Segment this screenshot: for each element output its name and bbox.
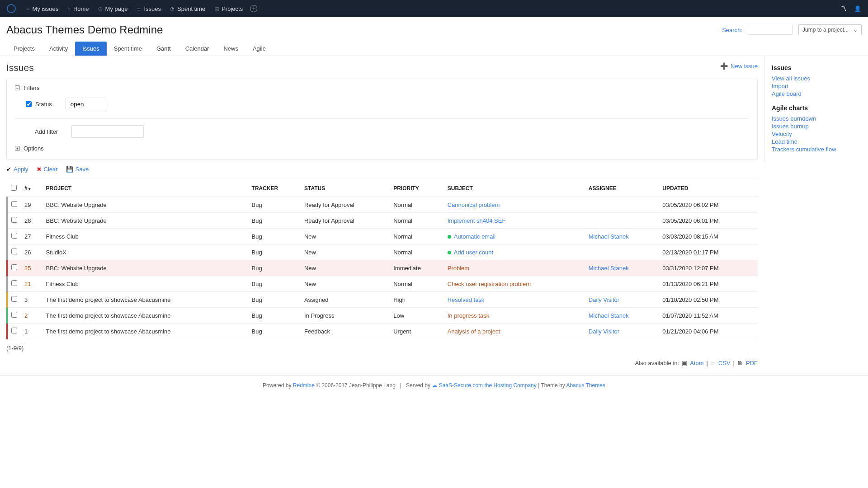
row-checkbox[interactable] bbox=[11, 296, 17, 302]
sidebar-velocity[interactable]: Velocity bbox=[772, 131, 861, 137]
tab-issues[interactable]: Issues bbox=[75, 42, 107, 56]
row-checkbox[interactable] bbox=[11, 280, 17, 286]
cell-assignee[interactable]: Daily Visitor bbox=[585, 324, 659, 339]
tab-gantt[interactable]: Gantt bbox=[149, 42, 178, 56]
col-project[interactable]: PROJECT bbox=[42, 180, 248, 197]
topnav-my-page[interactable]: ◷My page bbox=[94, 5, 132, 12]
cell-assignee[interactable] bbox=[585, 276, 659, 292]
cell-id[interactable]: 29 bbox=[21, 197, 42, 213]
sidebar-burndown[interactable]: Issues burndown bbox=[772, 115, 861, 122]
cell-id[interactable]: 21 bbox=[21, 276, 42, 292]
sidebar-trackers[interactable]: Trackers cumulative flow bbox=[772, 146, 861, 153]
row-checkbox[interactable] bbox=[11, 233, 17, 239]
cell-subject[interactable]: Add user count bbox=[444, 244, 585, 260]
save-button[interactable]: 💾Save bbox=[66, 166, 89, 173]
sidebar-import[interactable]: Import bbox=[772, 83, 861, 89]
cell-assignee[interactable] bbox=[585, 244, 659, 260]
cell-id[interactable]: 3 bbox=[21, 292, 42, 308]
col-updated[interactable]: UPDATED bbox=[659, 180, 758, 197]
footer-abacus-link[interactable]: Abacus Themes bbox=[566, 382, 605, 389]
add-filter-select[interactable] bbox=[71, 125, 144, 138]
search-label[interactable]: Search: bbox=[722, 27, 742, 33]
sidebar-view-all[interactable]: View all issues bbox=[772, 75, 861, 82]
sidebar-burnup[interactable]: Issues burnup bbox=[772, 123, 861, 130]
status-filter-select[interactable]: open bbox=[66, 98, 106, 110]
col-assignee[interactable]: ASSIGNEE bbox=[585, 180, 659, 197]
cell-id[interactable]: 25 bbox=[21, 260, 42, 276]
atom-link[interactable]: Atom bbox=[690, 360, 703, 366]
new-plus-icon[interactable]: + bbox=[250, 5, 257, 12]
col-tracker[interactable]: TRACKER bbox=[248, 180, 301, 197]
row-checkbox[interactable] bbox=[11, 264, 17, 270]
status-filter-checkbox[interactable] bbox=[26, 101, 32, 107]
cell-id[interactable]: 1 bbox=[21, 324, 42, 339]
user-icon[interactable]: 👤 bbox=[854, 5, 861, 12]
cell-assignee[interactable]: Michael Stanek bbox=[585, 229, 659, 244]
tab-spent-time[interactable]: Spent time bbox=[107, 42, 149, 56]
cell-id[interactable]: 27 bbox=[21, 229, 42, 244]
row-checkbox[interactable] bbox=[11, 328, 17, 333]
table-row[interactable]: 1The first demo project to showcase Abac… bbox=[7, 324, 758, 339]
footer-saas-link[interactable]: SaaS-Secure.com the Hosting Company bbox=[439, 382, 537, 389]
csv-link[interactable]: CSV bbox=[718, 360, 731, 366]
tab-projects[interactable]: Projects bbox=[6, 42, 42, 56]
tab-agile[interactable]: Agile bbox=[245, 42, 273, 56]
table-row[interactable]: 2The first demo project to showcase Abac… bbox=[7, 308, 758, 324]
clear-button[interactable]: ✖Clear bbox=[37, 166, 58, 173]
tab-calendar[interactable]: Calendar bbox=[178, 42, 217, 56]
cell-assignee[interactable]: Daily Visitor bbox=[585, 292, 659, 308]
plus-circle-icon: ➕ bbox=[720, 62, 728, 70]
row-checkbox[interactable] bbox=[11, 312, 17, 318]
table-row[interactable]: 27Fitness ClubBugNewNormalAutomatic emai… bbox=[7, 229, 758, 244]
tab-news[interactable]: News bbox=[216, 42, 245, 56]
cell-assignee[interactable]: Michael Stanek bbox=[585, 308, 659, 324]
footer-redmine-link[interactable]: Redmine bbox=[293, 382, 315, 389]
table-row[interactable]: 3The first demo project to showcase Abac… bbox=[7, 292, 758, 308]
select-all-checkbox[interactable] bbox=[11, 185, 17, 191]
search-input[interactable] bbox=[748, 25, 793, 35]
cell-subject[interactable]: Resolved task bbox=[444, 292, 585, 308]
sidebar-agile-board[interactable]: Agile board bbox=[772, 90, 861, 97]
cell-id[interactable]: 26 bbox=[21, 244, 42, 260]
new-issue-button[interactable]: ➕ New issue bbox=[720, 62, 758, 70]
table-row[interactable]: 29BBC: Website UpgradeBugReady for Appro… bbox=[7, 197, 758, 213]
row-checkbox[interactable] bbox=[11, 217, 17, 223]
cell-id[interactable]: 2 bbox=[21, 308, 42, 324]
row-checkbox[interactable] bbox=[11, 249, 17, 254]
cell-subject[interactable]: Analysis of a project bbox=[444, 324, 585, 339]
cell-assignee[interactable] bbox=[585, 197, 659, 213]
col-id[interactable]: # bbox=[21, 180, 42, 197]
table-row[interactable]: 25BBC: Website UpgradeBugNewImmediatePro… bbox=[7, 260, 758, 276]
tab-activity[interactable]: Activity bbox=[42, 42, 75, 56]
cell-id[interactable]: 28 bbox=[21, 213, 42, 229]
topnav-issues[interactable]: ☰Issues bbox=[132, 5, 165, 12]
col-subject[interactable]: SUBJECT bbox=[444, 180, 585, 197]
cell-subject[interactable]: Automatic email bbox=[444, 229, 585, 244]
topnav-spent-time[interactable]: ◔Spent time bbox=[165, 5, 210, 12]
apply-button[interactable]: ✔Apply bbox=[6, 166, 28, 173]
filters-toggle[interactable]: − Filters bbox=[15, 84, 749, 91]
topnav-projects[interactable]: ▤Projects bbox=[210, 5, 247, 12]
cell-subject[interactable]: In progress task bbox=[444, 308, 585, 324]
cell-subject[interactable]: Cannonical problem bbox=[444, 197, 585, 213]
col-priority[interactable]: PRIORITY bbox=[390, 180, 444, 197]
cell-assignee[interactable]: Michael Stanek bbox=[585, 260, 659, 276]
options-toggle[interactable]: + Options bbox=[15, 145, 749, 152]
topnav-home[interactable]: ⌂Home bbox=[63, 5, 93, 12]
cell-subject[interactable]: Check user registration problem bbox=[444, 276, 585, 292]
cell-subject[interactable]: Problem bbox=[444, 260, 585, 276]
cell-subject[interactable]: Implement sh404 SEF bbox=[444, 213, 585, 229]
col-status[interactable]: STATUS bbox=[301, 180, 390, 197]
table-row[interactable]: 21Fitness ClubBugNewNormalCheck user reg… bbox=[7, 276, 758, 292]
app-logo-icon[interactable] bbox=[7, 4, 16, 13]
cell-assignee[interactable] bbox=[585, 213, 659, 229]
pdf-link[interactable]: PDF bbox=[746, 360, 758, 366]
sidebar-lead[interactable]: Lead time bbox=[772, 138, 861, 145]
stats-icon[interactable]: 〽 bbox=[841, 5, 847, 12]
row-checkbox[interactable] bbox=[11, 201, 17, 207]
table-row[interactable]: 26StudioXBugNewNormalAdd user count02/13… bbox=[7, 244, 758, 260]
topnav-my-issues[interactable]: ≡My issues bbox=[22, 5, 63, 12]
table-row[interactable]: 28BBC: Website UpgradeBugReady for Appro… bbox=[7, 213, 758, 229]
project-jump-select[interactable]: Jump to a project... ⌄ bbox=[798, 24, 862, 35]
add-filter-label: Add filter bbox=[35, 128, 58, 135]
